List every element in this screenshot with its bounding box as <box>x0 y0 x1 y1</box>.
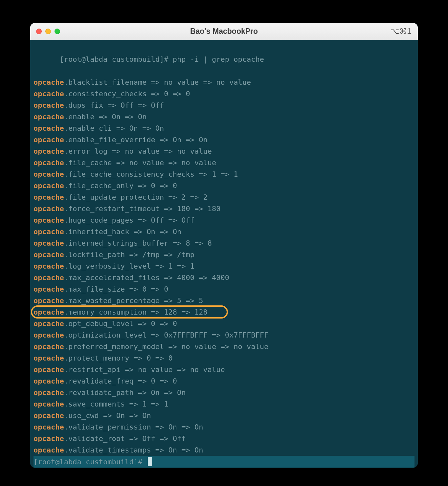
window-shortcut: ⌥⌘1 <box>391 27 411 36</box>
config-value: .validate_root => Off => Off <box>64 434 186 443</box>
command-line: [root@labda custombuild]# php -i | grep … <box>34 42 414 77</box>
config-value: .restrict_api => no value => no value <box>64 365 225 374</box>
config-value: .preferred_memory_model => no value => n… <box>64 342 269 351</box>
cursor-icon <box>148 457 152 466</box>
output-line: opcache.force_restart_timeout => 180 => … <box>34 203 414 214</box>
config-value: .protect_memory => 0 => 0 <box>64 354 173 362</box>
output-line: opcache.validate_permission => On => On <box>34 421 414 433</box>
config-key: opcache <box>34 205 64 213</box>
config-value: .log_verbosity_level => 1 => 1 <box>64 262 194 270</box>
config-value: .memory_consumption => 128 => 128 <box>64 308 208 316</box>
output-line: opcache.error_log => no value => no valu… <box>34 145 414 157</box>
config-value: .dups_fix => Off => Off <box>64 101 164 109</box>
terminal-output: opcache.blacklist_filename => no value =… <box>34 77 414 456</box>
config-value: .inherited_hack => On => On <box>64 228 182 236</box>
config-key: opcache <box>34 124 64 132</box>
config-value: .enable_file_override => On => On <box>64 136 208 144</box>
output-line: opcache.file_cache_consistency_checks =>… <box>34 168 414 180</box>
config-key: opcache <box>34 159 64 167</box>
config-key: opcache <box>34 308 64 316</box>
window-title: Bao's MacbookPro <box>30 27 418 36</box>
config-value: .enable => On => On <box>64 113 147 121</box>
config-key: opcache <box>34 147 64 155</box>
output-line: opcache.huge_code_pages => Off => Off <box>34 214 414 226</box>
terminal-window: Bao's MacbookPro ⌥⌘1 [root@labda customb… <box>30 23 418 468</box>
config-key: opcache <box>34 239 64 247</box>
config-key: opcache <box>34 170 64 178</box>
config-value: .use_cwd => On => On <box>64 411 151 420</box>
config-value: .enable_cli => On => On <box>64 124 164 132</box>
terminal-body[interactable]: [root@labda custombuild]# php -i | grep … <box>30 40 418 468</box>
output-line: opcache.use_cwd => On => On <box>34 410 414 421</box>
output-line: opcache.validate_root => Off => Off <box>34 433 414 444</box>
output-line: opcache.restrict_api => no value => no v… <box>34 364 414 375</box>
config-value: .validate_permission => On => On <box>64 423 203 431</box>
config-value: .huge_code_pages => Off => Off <box>64 216 194 224</box>
config-value: .validate_timestamps => On => On <box>64 446 203 454</box>
output-line: opcache.max_wasted_percentage => 5 => 5 <box>34 295 414 306</box>
config-key: opcache <box>34 228 64 236</box>
config-value: .lockfile_path => /tmp => /tmp <box>64 251 194 259</box>
config-value: .file_cache_only => 0 => 0 <box>64 182 177 190</box>
config-key: opcache <box>34 365 64 374</box>
output-line: opcache.file_update_protection => 2 => 2 <box>34 191 414 203</box>
config-key: opcache <box>34 377 64 385</box>
config-key: opcache <box>34 446 64 454</box>
config-key: opcache <box>34 262 64 270</box>
prompt-current[interactable]: [root@labda custombuild]# <box>34 456 414 468</box>
config-value: .interned_strings_buffer => 8 => 8 <box>64 239 212 247</box>
config-key: opcache <box>34 78 64 86</box>
config-value: .opt_debug_level => 0 => 0 <box>64 320 177 328</box>
config-key: opcache <box>34 400 64 408</box>
config-value: .max_wasted_percentage => 5 => 5 <box>64 297 203 305</box>
config-value: .file_cache_consistency_checks => 1 => 1 <box>64 170 238 178</box>
config-value: .revalidate_freq => 0 => 0 <box>64 377 177 385</box>
output-line: opcache.log_verbosity_level => 1 => 1 <box>34 260 414 272</box>
config-key: opcache <box>34 434 64 443</box>
config-value: .max_accelerated_files => 4000 => 4000 <box>64 274 229 282</box>
config-key: opcache <box>34 423 64 431</box>
output-line: opcache.optimization_level => 0x7FFFBFFF… <box>34 329 414 341</box>
output-line: opcache.interned_strings_buffer => 8 => … <box>34 237 414 249</box>
config-key: opcache <box>34 113 64 121</box>
output-line: opcache.protect_memory => 0 => 0 <box>34 352 414 364</box>
config-key: opcache <box>34 274 64 282</box>
config-key: opcache <box>34 320 64 328</box>
output-line: opcache.enable => On => On <box>34 111 414 122</box>
output-line: opcache.enable_cli => On => On <box>34 122 414 134</box>
config-key: opcache <box>34 354 64 362</box>
config-key: opcache <box>34 297 64 305</box>
config-key: opcache <box>34 411 64 420</box>
config-value: .blacklist_filename => no value => no va… <box>64 78 251 86</box>
config-value: .force_restart_timeout => 180 => 180 <box>64 205 221 213</box>
output-line: opcache.revalidate_path => On => On <box>34 387 414 398</box>
config-key: opcache <box>34 101 64 109</box>
config-key: opcache <box>34 388 64 397</box>
config-value: .consistency_checks => 0 => 0 <box>64 90 190 98</box>
output-line: opcache.consistency_checks => 0 => 0 <box>34 88 414 99</box>
config-key: opcache <box>34 285 64 293</box>
output-line: opcache.inherited_hack => On => On <box>34 226 414 237</box>
config-value: .save_comments => 1 => 1 <box>64 400 168 408</box>
output-line: opcache.file_cache => no value => no val… <box>34 157 414 168</box>
config-key: opcache <box>34 331 64 339</box>
config-value: .optimization_level => 0x7FFFBFFF => 0x7… <box>64 331 269 339</box>
config-key: opcache <box>34 342 64 351</box>
config-key: opcache <box>34 251 64 259</box>
output-line: opcache.dups_fix => Off => Off <box>34 99 414 111</box>
config-value: .error_log => no value => no value <box>64 147 212 155</box>
output-line: opcache.revalidate_freq => 0 => 0 <box>34 375 414 387</box>
output-line: opcache.max_accelerated_files => 4000 =>… <box>34 272 414 283</box>
output-line: opcache.opt_debug_level => 0 => 0 <box>34 318 414 329</box>
output-line: opcache.preferred_memory_model => no val… <box>34 341 414 352</box>
config-key: opcache <box>34 182 64 190</box>
output-line: opcache.memory_consumption => 128 => 128 <box>34 306 414 318</box>
titlebar: Bao's MacbookPro ⌥⌘1 <box>30 23 418 40</box>
output-line: opcache.save_comments => 1 => 1 <box>34 398 414 410</box>
config-key: opcache <box>34 90 64 98</box>
output-line: opcache.enable_file_override => On => On <box>34 134 414 145</box>
config-value: .max_file_size => 0 => 0 <box>64 285 168 293</box>
output-line: opcache.lockfile_path => /tmp => /tmp <box>34 249 414 260</box>
output-line: opcache.validate_timestamps => On => On <box>34 444 414 456</box>
config-key: opcache <box>34 193 64 201</box>
